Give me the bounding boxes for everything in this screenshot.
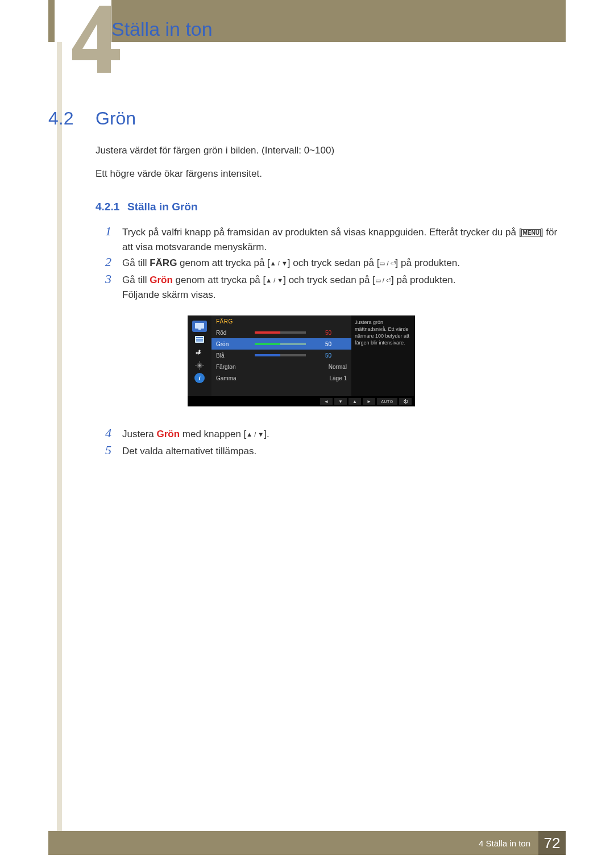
osd-icon-info: i [194, 373, 205, 383]
step-2-keyword: FÄRG [150, 258, 177, 268]
svg-rect-10 [195, 365, 197, 366]
osd-nav-left-icon: ◄ [320, 398, 333, 405]
enter-source-icon: ▭ / ⏎ [379, 260, 395, 267]
step-3-b: genom att trycka på [ [173, 275, 265, 285]
osd-nav-power-icon: ⏻ [399, 398, 412, 405]
osd-menu-title: FÄRG [211, 315, 351, 327]
step-4: Justera Grön med knappen [▲ / ▼]. [122, 427, 560, 442]
step-1-text-a: Tryck på valfri knapp på framsidan av pr… [122, 227, 521, 238]
up-down-icon: ▲ / ▼ [265, 277, 283, 284]
step-number-3: 3 [105, 272, 111, 286]
osd-row-tone: Färgton Normal [211, 361, 351, 372]
subsection-number: 4.2.1 [96, 201, 119, 213]
osd-screenshot: i FÄRG Röd 50 Grön 50 Blå 50 Färgton [188, 315, 415, 406]
step-2-b: genom att trycka på [ [177, 258, 269, 268]
osd-icon-gear [192, 360, 207, 371]
osd-row-green: Grön 50 [211, 338, 351, 350]
osd-red-value: 50 [312, 330, 331, 336]
step-4-c: ]. [264, 429, 269, 439]
osd-gamma-value: Läge 1 [313, 375, 347, 381]
svg-rect-3 [196, 337, 203, 338]
section-title: Grön [96, 108, 136, 129]
svg-rect-0 [195, 323, 204, 329]
menu-button-icon: MENU [521, 229, 540, 236]
step-5-a: Det valda alternativet tillämpas. [122, 446, 256, 456]
up-down-icon: ▲ / ▼ [270, 260, 288, 267]
osd-green-bar [255, 343, 306, 345]
svg-rect-4 [196, 339, 203, 340]
step-2-d: ] på produkten. [396, 258, 460, 268]
step-2-a: Gå till [122, 258, 150, 268]
step-3-keyword: Grön [150, 275, 173, 285]
osd-gamma-label: Gamma [216, 375, 255, 381]
step-number-1: 1 [105, 224, 111, 239]
osd-menu-list: FÄRG Röd 50 Grön 50 Blå 50 Färgton Norma… [211, 315, 351, 396]
step-5: Det valda alternativet tillämpas. [122, 444, 560, 459]
osd-icon-list [192, 334, 207, 345]
step-2: Gå till FÄRG genom att trycka på [▲ / ▼]… [122, 256, 560, 271]
step-number-2: 2 [105, 255, 111, 269]
step-3-d: ] på produkten. [391, 275, 455, 285]
chapter-title: Ställa in ton [111, 18, 213, 40]
section-number: 4.2 [48, 108, 73, 129]
left-margin-stripe [57, 42, 62, 831]
osd-red-bar [255, 331, 306, 334]
page-number: 72 [538, 831, 566, 855]
osd-row-blue: Blå 50 [211, 350, 351, 361]
osd-red-label: Röd [216, 330, 255, 336]
step-2-c: ] och tryck sedan på [ [288, 258, 380, 268]
step-4-b: med knappen [ [180, 429, 246, 439]
step-3-e: Följande skärm visas. [122, 289, 215, 300]
step-1: Tryck på valfri knapp på framsidan av pr… [122, 225, 560, 254]
step-3-c: ] och tryck sedan på [ [283, 275, 375, 285]
osd-help-text: Justera grön mättnadsnivå. Ett värde när… [351, 315, 415, 396]
osd-blue-label: Blå [216, 352, 255, 359]
subsection-title: Ställa in Grön [127, 201, 198, 213]
step-number-4: 4 [105, 426, 111, 441]
osd-icon-size [192, 347, 207, 358]
osd-green-label: Grön [216, 341, 255, 347]
step-4-keyword: Grön [156, 429, 180, 439]
up-down-icon: ▲ / ▼ [246, 431, 264, 438]
osd-row-gamma: Gamma Läge 1 [211, 372, 351, 384]
osd-tone-value: Normal [313, 364, 347, 370]
step-3: Gå till Grön genom att trycka på [▲ / ▼]… [122, 273, 560, 302]
osd-category-icons: i [188, 315, 211, 396]
osd-icon-picture [192, 321, 207, 332]
footer-chapter-text: 4 Ställa in ton [479, 838, 530, 848]
intro-line-1: Justera värdet för färgen grön i bilden.… [96, 145, 334, 156]
svg-rect-1 [198, 329, 201, 330]
intro-line-2: Ett högre värde ökar färgens intensitet. [96, 168, 262, 180]
svg-rect-5 [196, 340, 203, 342]
enter-source-icon: ▭ / ⏎ [375, 277, 391, 284]
step-4-a: Justera [122, 429, 156, 439]
osd-blue-value: 50 [312, 352, 331, 359]
step-number-5: 5 [105, 443, 111, 458]
osd-row-red: Röd 50 [211, 327, 351, 338]
osd-nav-auto: AUTO [377, 398, 397, 405]
footer-band: 4 Ställa in ton 72 [48, 831, 566, 855]
svg-rect-11 [202, 365, 204, 366]
osd-green-value: 50 [312, 341, 331, 347]
osd-nav-bar: ◄ ▼ ▲ ► AUTO ⏻ [188, 396, 415, 406]
svg-rect-8 [199, 361, 200, 363]
step-3-a: Gå till [122, 275, 150, 285]
osd-tone-label: Färgton [216, 364, 255, 370]
osd-blue-bar [255, 354, 306, 356]
osd-nav-down-icon: ▼ [334, 398, 347, 405]
svg-rect-9 [199, 368, 200, 370]
osd-nav-right-icon: ► [363, 398, 375, 405]
osd-nav-up-icon: ▲ [349, 398, 361, 405]
svg-point-7 [198, 364, 201, 367]
